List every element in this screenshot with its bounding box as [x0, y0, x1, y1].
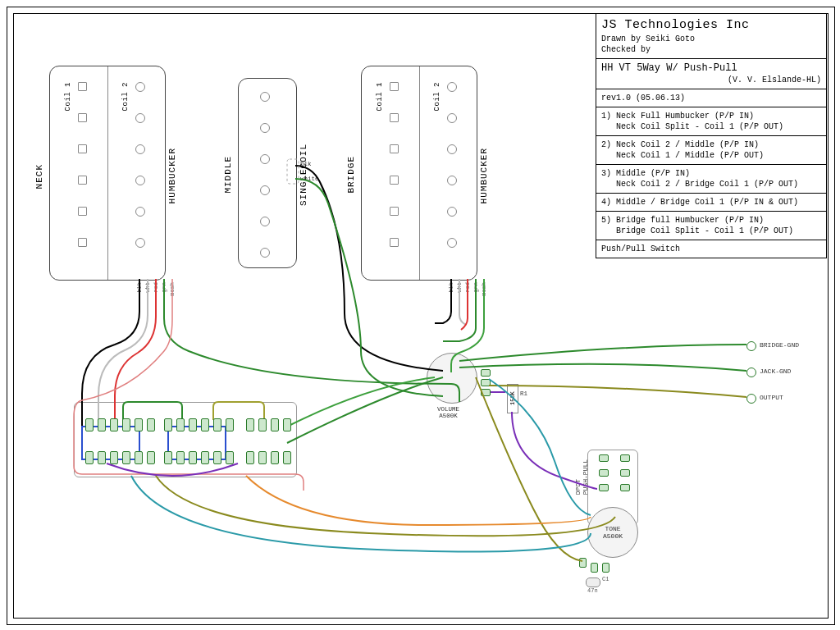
- switch-lug: [226, 451, 234, 464]
- switch-lug: [147, 451, 155, 464]
- output-terminal: [746, 394, 756, 404]
- pole-piece: [135, 113, 145, 123]
- switch-lug: [110, 451, 118, 464]
- switch-lug: [98, 418, 106, 431]
- switch-lug: [176, 451, 185, 464]
- switch-lug: [122, 451, 130, 464]
- tone-pot: TONEA500K: [587, 507, 638, 558]
- switch-lug: [246, 418, 254, 431]
- switch-lug: [283, 418, 291, 431]
- pole-piece: [260, 123, 270, 133]
- pole-piece: [390, 82, 399, 91]
- pole-piece: [78, 176, 87, 185]
- pole-piece: [260, 185, 270, 195]
- pole-piece: [447, 144, 457, 154]
- switch-lug: [189, 451, 197, 464]
- pole-piece: [390, 238, 399, 247]
- pole-piece: [78, 82, 87, 91]
- pole-piece: [390, 207, 399, 216]
- pole-piece: [390, 176, 399, 185]
- pole-piece: [447, 176, 457, 185]
- dpdt-label: DPDTPUSH-PULL: [574, 459, 589, 495]
- pole-piece: [260, 217, 270, 226]
- switch-lug: [246, 451, 254, 464]
- middle-pickup: [238, 78, 297, 268]
- pole-piece: [260, 92, 270, 102]
- switch-lug: [135, 418, 143, 431]
- company-name: JS Technologies Inc: [601, 17, 821, 34]
- pole-piece: [135, 82, 145, 92]
- pole-piece: [78, 207, 87, 216]
- volume-pot: [427, 353, 477, 404]
- title-block: JS Technologies Inc Drawn by Seiki Goto …: [596, 13, 827, 258]
- switch-lug: [271, 418, 279, 431]
- switch-lug: [283, 451, 291, 464]
- switch-lug: [258, 451, 267, 464]
- switch-lug: [201, 418, 209, 431]
- pole-piece: [260, 154, 270, 164]
- switch-lug: [85, 451, 94, 464]
- pole-piece: [78, 238, 87, 247]
- bridge-gnd-terminal: [746, 341, 756, 351]
- switch-lug: [213, 451, 221, 464]
- pole-piece: [447, 238, 457, 248]
- pole-piece: [135, 144, 145, 154]
- switch-lug: [176, 418, 185, 431]
- switch-lug: [201, 451, 209, 464]
- diagram-title: HH VT 5Way W/ Push-Pull: [601, 62, 821, 75]
- volume-label: VOLUMEA500K: [437, 406, 459, 419]
- pole-piece: [135, 207, 145, 217]
- switch-lug: [110, 418, 118, 431]
- neck-label: NECK: [34, 164, 44, 189]
- selector-switch: [74, 402, 297, 477]
- switch-lug: [226, 418, 234, 431]
- pole-piece: [390, 144, 399, 153]
- pole-piece: [390, 113, 399, 122]
- switch-lug: [98, 451, 106, 464]
- pole-piece: [447, 82, 457, 92]
- jack-gnd-terminal: [746, 368, 756, 377]
- switch-lug: [189, 418, 197, 431]
- capacitor-c1: [586, 578, 600, 587]
- switch-lug: [271, 451, 279, 464]
- switch-lug: [258, 418, 267, 431]
- switch-lug: [135, 451, 143, 464]
- pole-piece: [447, 207, 457, 217]
- pole-piece: [78, 144, 87, 153]
- pole-piece: [260, 248, 270, 258]
- pole-piece: [135, 176, 145, 185]
- switch-lug: [147, 418, 155, 431]
- pole-piece: [447, 113, 457, 123]
- switch-lug: [122, 418, 130, 431]
- resistor-r1: 150K: [507, 384, 518, 413]
- switch-lug: [85, 418, 94, 431]
- switch-lug: [213, 418, 221, 431]
- switch-lug: [164, 451, 172, 464]
- pole-piece: [78, 113, 87, 122]
- switch-lug: [164, 418, 172, 431]
- pole-piece: [135, 238, 145, 248]
